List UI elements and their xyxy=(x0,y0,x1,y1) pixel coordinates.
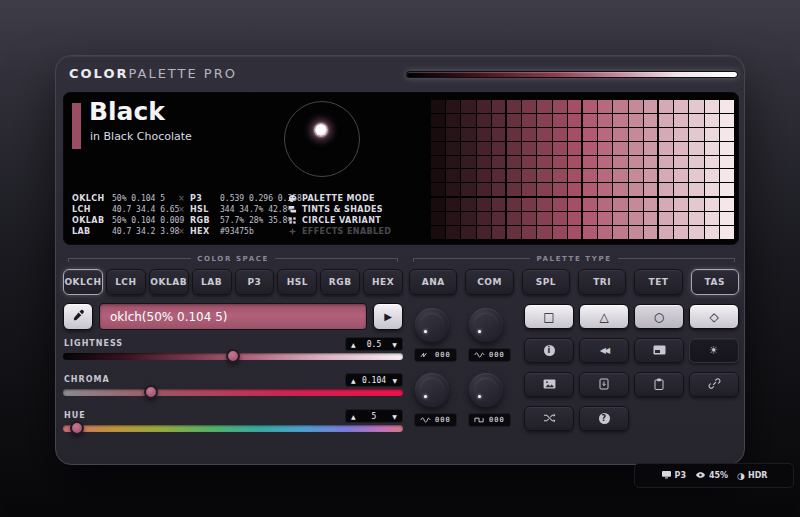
swatch-cell[interactable] xyxy=(689,226,703,239)
swatch-cell[interactable] xyxy=(720,142,734,155)
swatch-cell[interactable] xyxy=(477,212,491,225)
swatch-cell[interactable] xyxy=(644,142,658,155)
swatch-cell[interactable] xyxy=(720,198,734,211)
hue-track[interactable] xyxy=(63,425,403,432)
swatch-cell[interactable] xyxy=(674,156,688,169)
swatch-cell[interactable] xyxy=(629,114,643,127)
swatch-cell[interactable] xyxy=(522,169,536,182)
swatch-cell[interactable] xyxy=(644,198,658,211)
swatch-cell[interactable] xyxy=(689,156,703,169)
help-button[interactable]: ? xyxy=(579,406,629,431)
swatch-cell[interactable] xyxy=(674,226,688,239)
color-wheel-dot[interactable] xyxy=(315,124,327,136)
swatch-cell[interactable] xyxy=(598,156,612,169)
clipboard-button[interactable] xyxy=(634,372,684,397)
swatch-cell[interactable] xyxy=(522,226,536,239)
swatch-cell[interactable] xyxy=(659,198,673,211)
swatch-cell[interactable] xyxy=(720,212,734,225)
swatch-cell[interactable] xyxy=(507,100,521,113)
swatch-cell[interactable] xyxy=(492,156,506,169)
swatch-cell[interactable] xyxy=(537,198,551,211)
eyedropper-button[interactable] xyxy=(63,303,93,330)
copy-icon[interactable]: × xyxy=(178,205,190,214)
info-button[interactable]: i xyxy=(524,338,574,363)
shape-diamond-button[interactable]: ◇ xyxy=(689,304,739,329)
swatch-cell[interactable] xyxy=(629,142,643,155)
swatch-cell[interactable] xyxy=(553,128,567,141)
swatch-cell[interactable] xyxy=(477,156,491,169)
swatch-cell[interactable] xyxy=(613,226,627,239)
swatch-cell[interactable] xyxy=(613,156,627,169)
swatch-cell[interactable] xyxy=(431,198,445,211)
swatch-cell[interactable] xyxy=(492,226,506,239)
swatch-cell[interactable] xyxy=(613,114,627,127)
swatch-cell[interactable] xyxy=(446,198,460,211)
swatch-cell[interactable] xyxy=(446,156,460,169)
swatch-cell[interactable] xyxy=(598,169,612,182)
swatch-cell[interactable] xyxy=(613,169,627,182)
swatch-cell[interactable] xyxy=(659,212,673,225)
swatch-cell[interactable] xyxy=(507,169,521,182)
swatch-cell[interactable] xyxy=(507,142,521,155)
swatch-cell[interactable] xyxy=(461,169,475,182)
swatch-cell[interactable] xyxy=(553,100,567,113)
copy-icon[interactable]: × xyxy=(178,227,190,236)
swatch-cell[interactable] xyxy=(492,198,506,211)
swatch-cell[interactable] xyxy=(431,169,445,182)
swatch-cell[interactable] xyxy=(492,100,506,113)
swatch-cell[interactable] xyxy=(537,156,551,169)
swatch-cell[interactable] xyxy=(461,183,475,197)
swatch-cell[interactable] xyxy=(431,128,445,141)
swatch-cell[interactable] xyxy=(659,114,673,127)
swatch-cell[interactable] xyxy=(689,100,703,113)
color-space-hex-button[interactable]: HEX xyxy=(363,269,403,295)
swatch-cell[interactable] xyxy=(553,212,567,225)
swatch-cell[interactable] xyxy=(492,169,506,182)
swatch-cell[interactable] xyxy=(674,183,688,197)
apply-button[interactable]: ▶ xyxy=(373,303,403,330)
swatch-cell[interactable] xyxy=(522,156,536,169)
swatch-cell[interactable] xyxy=(537,169,551,182)
swatch-cell[interactable] xyxy=(659,142,673,155)
swatch-cell[interactable] xyxy=(644,169,658,182)
swatch-cell[interactable] xyxy=(568,128,582,141)
swatch-cell[interactable] xyxy=(477,226,491,239)
swatch-cell[interactable] xyxy=(537,100,551,113)
swatch-cell[interactable] xyxy=(431,212,445,225)
swatch-cell[interactable] xyxy=(583,183,597,197)
swatch-cell[interactable] xyxy=(522,128,536,141)
swatch-cell[interactable] xyxy=(553,198,567,211)
swatch-cell[interactable] xyxy=(522,114,536,127)
swatch-cell[interactable] xyxy=(689,114,703,127)
swatch-cell[interactable] xyxy=(583,169,597,182)
swatch-cell[interactable] xyxy=(689,183,703,197)
swatch-cell[interactable] xyxy=(461,226,475,239)
swatch-cell[interactable] xyxy=(477,169,491,182)
swatch-cell[interactable] xyxy=(583,142,597,155)
swatch-cell[interactable] xyxy=(583,226,597,239)
swatch-cell[interactable] xyxy=(598,114,612,127)
swatch-cell[interactable] xyxy=(568,169,582,182)
step-up-icon[interactable]: ▲ xyxy=(351,413,356,420)
swatch-cell[interactable] xyxy=(644,128,658,141)
swatch-cell[interactable] xyxy=(629,226,643,239)
swatch-cell[interactable] xyxy=(446,183,460,197)
swatch-cell[interactable] xyxy=(583,198,597,211)
swatch-cell[interactable] xyxy=(522,100,536,113)
swatch-cell[interactable] xyxy=(720,156,734,169)
swatch-cell[interactable] xyxy=(537,142,551,155)
palette-type-tri-button[interactable]: TRI xyxy=(578,269,626,295)
palette-type-spl-button[interactable]: SPL xyxy=(522,269,570,295)
swatch-cell[interactable] xyxy=(705,183,719,197)
swatch-cell[interactable] xyxy=(537,212,551,225)
swatch-cell[interactable] xyxy=(492,212,506,225)
swatch-cell[interactable] xyxy=(507,212,521,225)
swatch-cell[interactable] xyxy=(492,114,506,127)
shuffle-button[interactable] xyxy=(524,406,574,431)
swatch-cell[interactable] xyxy=(598,212,612,225)
swatch-cell[interactable] xyxy=(629,156,643,169)
swatch-cell[interactable] xyxy=(705,169,719,182)
swatch-cell[interactable] xyxy=(461,156,475,169)
swatch-cell[interactable] xyxy=(553,183,567,197)
swatch-cell[interactable] xyxy=(477,100,491,113)
